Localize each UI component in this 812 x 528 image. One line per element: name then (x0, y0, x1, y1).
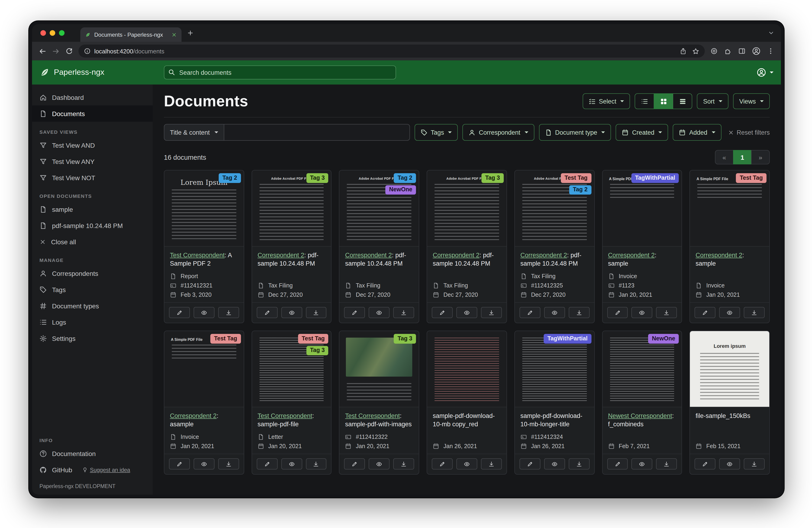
document-card[interactable]: TagWithPartial sample-pdf-download-10-mb… (514, 331, 594, 475)
tag-badge[interactable]: Tag 3 (481, 173, 504, 183)
view-button[interactable] (193, 458, 215, 470)
download-button[interactable] (393, 458, 414, 470)
back-button[interactable] (39, 47, 46, 55)
tag-badge[interactable]: Test Tag (736, 173, 767, 183)
document-thumbnail[interactable]: Adobe Acrobat PDF Files Tag 2NewOne (339, 170, 419, 246)
app-brand[interactable]: Paperless-ngx (40, 67, 153, 77)
edit-button[interactable] (607, 458, 628, 470)
download-button[interactable] (306, 458, 327, 470)
correspondent-link[interactable]: Correspondent 2 (433, 252, 479, 259)
address-bar[interactable]: localhost:4200/documents (78, 45, 705, 58)
next-page-button[interactable]: » (751, 150, 770, 165)
correspondent-link[interactable]: Test Correspondent (258, 412, 312, 419)
edit-button[interactable] (432, 458, 453, 470)
view-button[interactable] (281, 458, 302, 470)
tag-badge[interactable]: Tag 3 (306, 346, 328, 355)
view-button[interactable] (632, 458, 653, 470)
document-thumbnail[interactable]: NewOne (603, 331, 682, 407)
correspondent-link[interactable]: Test Correspondent (345, 412, 400, 419)
close-tab-icon[interactable] (171, 32, 177, 38)
view-button[interactable] (369, 458, 390, 470)
extension-icon[interactable] (710, 47, 718, 55)
correspondent-link[interactable]: Correspondent 2 (170, 412, 217, 419)
sidebar-item-saved-view[interactable]: Test View AND (32, 137, 153, 153)
filter-added-button[interactable]: Added (673, 124, 721, 141)
filter-correspondent-button[interactable]: Correspondent (463, 124, 534, 141)
document-card[interactable]: Lorem ipsum file-sample_150kBs Feb 15, 2… (690, 331, 770, 475)
minimize-window-button[interactable] (50, 30, 55, 36)
document-card[interactable]: Tag 3 Test Correspondent: sample-pdf-wit… (339, 331, 419, 475)
view-button[interactable] (719, 458, 740, 470)
browser-profile-avatar[interactable] (752, 47, 760, 55)
download-button[interactable] (481, 458, 502, 470)
document-card[interactable]: Adobe Acrobat PDF Files Tag 3 Correspond… (251, 170, 332, 323)
edit-button[interactable] (257, 458, 277, 470)
grid-view-button[interactable] (654, 93, 673, 109)
sidebar-item-saved-view[interactable]: Test View ANY (32, 153, 153, 170)
list-view-button[interactable] (635, 93, 654, 109)
filter-document-type-button[interactable]: Document type (539, 124, 611, 141)
sidebar-item-github[interactable]: GitHub Suggest an idea (32, 461, 153, 478)
tag-badge[interactable]: TagWithPartial (543, 334, 591, 343)
document-thumbnail[interactable]: Adobe Acrobat PDF Files Tag 3 (252, 170, 331, 246)
download-button[interactable] (656, 458, 677, 470)
side-panel-icon[interactable] (738, 47, 745, 55)
edit-button[interactable] (169, 458, 190, 470)
tag-badge[interactable]: NewOne (385, 185, 416, 195)
tag-badge[interactable]: Tag 3 (306, 173, 328, 183)
tab-search-chevron-icon[interactable] (768, 30, 774, 36)
correspondent-link[interactable]: Test Correspondent (170, 252, 225, 259)
prev-page-button[interactable]: « (715, 150, 734, 165)
close-window-button[interactable] (40, 30, 46, 36)
filter-created-button[interactable]: Created (616, 124, 668, 141)
sidebar-item-open-document[interactable]: sample (32, 201, 153, 217)
document-card[interactable]: Adobe Acrobat PDF Files Tag 2NewOne Corr… (339, 170, 419, 323)
view-button[interactable] (544, 458, 565, 470)
download-button[interactable] (568, 458, 590, 470)
sidebar-item-document-types[interactable]: Document types (32, 298, 153, 314)
tag-badge[interactable]: NewOne (648, 334, 679, 343)
download-button[interactable] (744, 458, 765, 470)
document-thumbnail[interactable]: Adobe Acrobat PDF Files Tag 3 (427, 170, 506, 246)
reset-filters-button[interactable]: Reset filters (728, 129, 770, 136)
document-thumbnail[interactable]: Test TagTag 3 (252, 331, 331, 407)
filter-field-select[interactable]: Title & content (164, 124, 224, 141)
tag-badge[interactable]: Test Tag (298, 334, 329, 343)
edit-button[interactable] (695, 458, 716, 470)
view-button[interactable] (193, 307, 215, 318)
view-button[interactable] (456, 458, 477, 470)
tag-badge[interactable]: Tag 2 (219, 173, 241, 183)
download-button[interactable] (393, 307, 414, 318)
document-thumbnail[interactable]: A Simple PDF File Test Tag (690, 170, 769, 246)
sidebar-item-tags[interactable]: Tags (32, 282, 153, 298)
sidebar-item-saved-view[interactable]: Test View NOT (32, 170, 153, 186)
edit-button[interactable] (257, 307, 277, 318)
document-card[interactable]: Test TagTag 3 Test Correspondent: sample… (251, 331, 332, 475)
browser-menu-kebab-icon[interactable] (767, 47, 774, 55)
sidebar-item-correspondents[interactable]: Correspondents (32, 265, 153, 282)
edit-button[interactable] (695, 307, 716, 318)
forward-button[interactable] (52, 47, 60, 55)
document-thumbnail[interactable]: TagWithPartial (515, 331, 594, 407)
view-button[interactable] (544, 307, 565, 318)
correspondent-link[interactable]: Correspondent 2 (345, 252, 392, 259)
document-card[interactable]: A Simple PDF File TagWithPartial Corresp… (602, 170, 682, 323)
user-menu[interactable] (757, 68, 773, 77)
view-button[interactable] (281, 307, 302, 318)
download-button[interactable] (568, 307, 590, 318)
filter-tags-button[interactable]: Tags (415, 124, 458, 141)
download-button[interactable] (656, 307, 677, 318)
edit-button[interactable] (607, 307, 628, 318)
document-thumbnail[interactable]: Lorem ipsum (690, 331, 769, 407)
view-button[interactable] (456, 307, 477, 318)
document-thumbnail[interactable]: Tag 3 (339, 331, 419, 407)
browser-tab[interactable]: Documents - Paperless-ngx (80, 27, 182, 42)
sidebar-item-documents[interactable]: Documents (32, 105, 153, 122)
correspondent-link[interactable]: Correspondent 2 (696, 252, 742, 259)
document-thumbnail[interactable] (427, 331, 506, 407)
tag-badge[interactable]: Tag 3 (394, 334, 416, 343)
correspondent-link[interactable]: Newest Correspondent (608, 412, 672, 419)
reload-button[interactable] (66, 47, 73, 55)
edit-button[interactable] (169, 307, 190, 318)
suggest-idea-link[interactable]: Suggest an idea (90, 467, 130, 473)
